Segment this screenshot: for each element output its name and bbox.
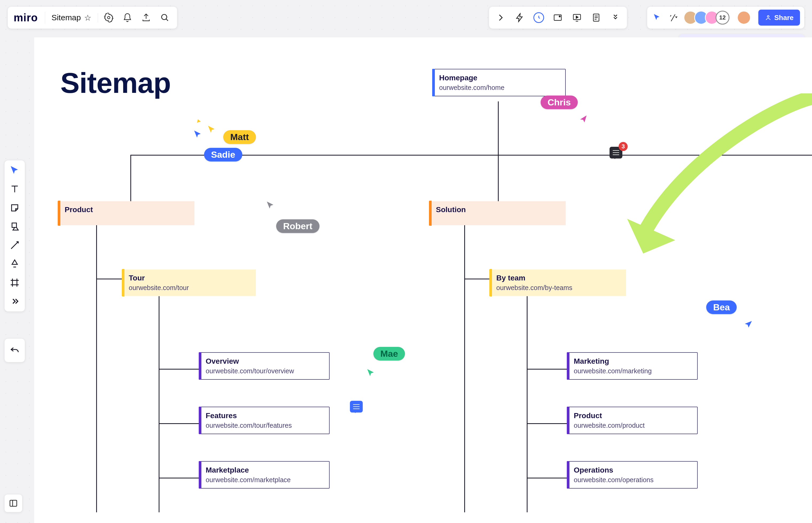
page-title: Sitemap: [61, 66, 171, 100]
connector: [96, 224, 97, 512]
node-url: ourwebsite.com/by-teams: [496, 284, 620, 292]
node-title: Features: [206, 412, 323, 420]
connector: [498, 155, 499, 203]
cursor-mode-icon[interactable]: [652, 12, 663, 23]
cursor-bea: Bea: [706, 301, 737, 314]
node-features[interactable]: Features ourwebsite.com/tour/features: [199, 407, 330, 434]
cursor-arrow-icon: [577, 113, 590, 126]
node-title: Marketplace: [206, 466, 323, 474]
node-url: ourwebsite.com/marketplace: [206, 476, 323, 484]
comment-icon[interactable]: [350, 401, 363, 413]
node-title: Tour: [129, 274, 249, 282]
settings-icon[interactable]: [104, 13, 114, 22]
bolt-icon[interactable]: [514, 12, 525, 23]
notes-icon[interactable]: [591, 12, 602, 23]
node-byteam[interactable]: By team ourwebsite.com/by-teams: [490, 270, 626, 296]
sticky-tool-icon[interactable]: [9, 202, 21, 214]
node-url: ourwebsite.com/tour/overview: [206, 367, 323, 375]
node-product2[interactable]: Product ourwebsite.com/product: [567, 407, 698, 434]
connector: [464, 224, 465, 512]
cursor-matt: Matt: [223, 130, 256, 144]
svg-rect-7: [12, 223, 17, 228]
left-toolbar: [4, 160, 25, 312]
top-right-tools: [489, 6, 627, 29]
node-url: ourwebsite.com/tour: [129, 284, 249, 292]
pen-tool-icon[interactable]: [9, 258, 21, 270]
panel-toggle-icon[interactable]: [4, 494, 22, 512]
connector: [527, 423, 567, 424]
bell-icon[interactable]: [123, 13, 132, 22]
cursor-arrow-icon: [365, 368, 377, 379]
cursor-chris: Chris: [541, 95, 578, 109]
svg-rect-8: [10, 500, 17, 506]
avatar-overflow[interactable]: 12: [715, 11, 729, 24]
node-url: ourwebsite.com/product: [574, 421, 691, 429]
node-homepage[interactable]: Homepage ourwebsite.com/home: [432, 69, 566, 96]
miro-logo[interactable]: miro: [14, 12, 45, 24]
node-title: Product: [574, 412, 691, 420]
node-title: Marketing: [574, 357, 691, 365]
board-title[interactable]: Sitemap ☆: [45, 13, 98, 22]
node-url: ourwebsite.com/operations: [574, 476, 691, 484]
export-icon[interactable]: [141, 13, 151, 22]
connector: [159, 477, 199, 479]
connector: [527, 477, 567, 479]
connector: [527, 296, 528, 512]
top-left-toolbar: miro Sitemap ☆: [7, 6, 177, 29]
freehand-arrow: [608, 93, 812, 280]
connector: [159, 423, 199, 424]
text-tool-icon[interactable]: [9, 183, 21, 195]
timer-icon[interactable]: [533, 12, 544, 23]
connector: [159, 369, 199, 369]
svg-point-6: [767, 16, 769, 17]
present-icon[interactable]: [571, 12, 583, 23]
node-title: Solution: [436, 205, 559, 214]
svg-rect-2: [554, 15, 562, 20]
reactions-icon[interactable]: [668, 12, 679, 23]
participant-avatars[interactable]: 12: [684, 11, 729, 24]
connector: [130, 155, 131, 203]
node-title: By team: [496, 274, 620, 282]
node-overview[interactable]: Overview ourwebsite.com/tour/overview: [199, 352, 330, 380]
node-marketplace[interactable]: Marketplace ourwebsite.com/marketplace: [199, 461, 330, 489]
left-toolbar-undo: [4, 338, 25, 362]
share-button-label: Share: [774, 14, 794, 22]
search-icon[interactable]: [160, 13, 170, 22]
node-tour[interactable]: Tour ourwebsite.com/tour: [122, 270, 256, 296]
select-tool-icon[interactable]: [9, 165, 21, 176]
node-url: ourwebsite.com/tour/features: [206, 421, 323, 429]
node-marketing[interactable]: Marketing ourwebsite.com/marketing: [567, 352, 698, 380]
more-icon[interactable]: [610, 12, 621, 23]
cursor-arrow-icon: [742, 319, 753, 330]
canvas-frame[interactable]: Sitemap Homepage ourwebsite.com/home Pro…: [34, 37, 812, 523]
more-tools-icon[interactable]: [9, 295, 21, 307]
frame-tool-icon[interactable]: [9, 277, 21, 288]
node-title: Product: [65, 205, 188, 214]
cursor-sadie: Sadie: [204, 148, 242, 161]
shape-tool-icon[interactable]: [9, 221, 21, 232]
node-url: ourwebsite.com/marketing: [574, 367, 691, 375]
hide-frame-icon[interactable]: [552, 12, 563, 23]
comment-count-badge: 3: [619, 142, 628, 151]
node-title: Overview: [206, 357, 323, 365]
connector: [159, 296, 159, 512]
connector: [498, 102, 499, 155]
cursor-robert: Robert: [276, 219, 319, 233]
node-product[interactable]: Product: [58, 201, 194, 225]
svg-point-1: [161, 14, 167, 20]
board-title-text: Sitemap: [52, 13, 81, 22]
cursor-arrow-icon: [192, 129, 204, 140]
share-button[interactable]: Share: [758, 10, 800, 25]
svg-point-3: [559, 16, 560, 17]
node-title: Operations: [574, 466, 691, 474]
cursor-mae: Mae: [374, 347, 405, 361]
user-avatar[interactable]: [737, 11, 751, 24]
chevron-right-icon[interactable]: [495, 12, 506, 23]
top-right-share: 12 Share: [647, 6, 805, 29]
star-icon[interactable]: ☆: [84, 13, 91, 22]
cursor-arrow-icon: [265, 200, 276, 211]
node-solution[interactable]: Solution: [430, 201, 566, 225]
node-operations[interactable]: Operations ourwebsite.com/operations: [567, 461, 698, 489]
undo-icon[interactable]: [9, 344, 21, 356]
line-tool-icon[interactable]: [9, 239, 21, 251]
